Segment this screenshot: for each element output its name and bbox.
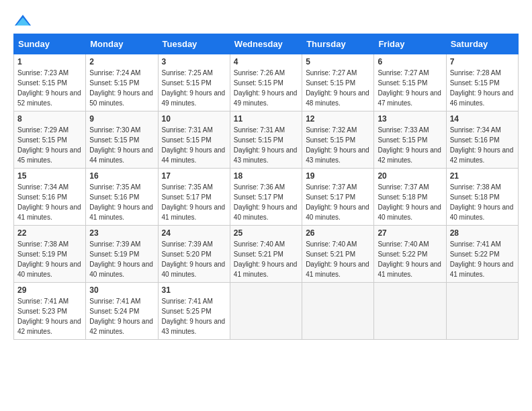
calendar-cell: 30 Sunrise: 7:41 AMSunset: 5:24 PMDaylig… [86,283,158,340]
calendar-cell: 10 Sunrise: 7:31 AMSunset: 5:15 PMDaylig… [158,111,230,169]
calendar-cell: 8 Sunrise: 7:29 AMSunset: 5:15 PMDayligh… [14,111,86,169]
day-number: 13 [378,114,442,124]
week-row-5: 29 Sunrise: 7:41 AMSunset: 5:23 PMDaylig… [14,283,519,340]
week-row-1: 1 Sunrise: 7:23 AMSunset: 5:15 PMDayligh… [14,54,519,111]
day-number: 9 [89,114,154,124]
calendar-cell: 15 Sunrise: 7:34 AMSunset: 5:16 PMDaylig… [14,169,86,226]
calendar-cell: 3 Sunrise: 7:25 AMSunset: 5:15 PMDayligh… [158,54,230,111]
day-number: 20 [378,171,442,181]
calendar-cell [302,283,374,340]
logo [13,13,35,27]
day-info: Sunrise: 7:41 AMSunset: 5:25 PMDaylight:… [162,298,226,335]
day-number: 16 [89,171,154,181]
calendar-cell: 16 Sunrise: 7:35 AMSunset: 5:16 PMDaylig… [86,169,158,226]
calendar-cell: 11 Sunrise: 7:31 AMSunset: 5:15 PMDaylig… [230,111,302,169]
day-number: 26 [306,228,370,238]
weekday-header-tuesday: Tuesday [158,34,230,54]
day-info: Sunrise: 7:40 AMSunset: 5:22 PMDaylight:… [378,240,441,278]
weekday-header-sunday: Sunday [14,34,86,54]
day-number: 1 [17,57,82,66]
day-number: 27 [378,228,442,238]
day-number: 25 [234,228,298,238]
day-info: Sunrise: 7:25 AMSunset: 5:15 PMDaylight:… [162,69,226,107]
calendar-cell: 13 Sunrise: 7:33 AMSunset: 5:15 PMDaylig… [374,111,446,169]
calendar-cell: 22 Sunrise: 7:38 AMSunset: 5:19 PMDaylig… [14,226,86,283]
day-number: 5 [306,57,370,66]
calendar-cell: 29 Sunrise: 7:41 AMSunset: 5:23 PMDaylig… [14,283,86,340]
day-info: Sunrise: 7:27 AMSunset: 5:15 PMDaylight:… [306,69,369,107]
day-info: Sunrise: 7:26 AMSunset: 5:15 PMDaylight:… [234,69,298,107]
weekday-header-wednesday: Wednesday [230,34,302,54]
day-number: 24 [162,228,226,238]
calendar-cell [230,283,302,340]
day-info: Sunrise: 7:38 AMSunset: 5:19 PMDaylight:… [17,240,81,278]
day-number: 30 [89,285,154,295]
day-info: Sunrise: 7:41 AMSunset: 5:23 PMDaylight:… [17,298,81,335]
day-info: Sunrise: 7:35 AMSunset: 5:17 PMDaylight:… [162,183,226,221]
day-number: 8 [17,114,82,124]
calendar-cell: 12 Sunrise: 7:32 AMSunset: 5:15 PMDaylig… [302,111,374,169]
calendar-cell: 20 Sunrise: 7:37 AMSunset: 5:18 PMDaylig… [374,169,446,226]
day-info: Sunrise: 7:23 AMSunset: 5:15 PMDaylight:… [17,69,81,107]
calendar-cell: 28 Sunrise: 7:41 AMSunset: 5:22 PMDaylig… [446,226,518,283]
day-number: 12 [306,114,370,124]
calendar-cell: 9 Sunrise: 7:30 AMSunset: 5:15 PMDayligh… [86,111,158,169]
day-number: 19 [306,171,370,181]
day-info: Sunrise: 7:35 AMSunset: 5:16 PMDaylight:… [89,183,153,221]
weekday-header-row: SundayMondayTuesdayWednesdayThursdayFrid… [14,34,519,54]
weekday-header-thursday: Thursday [302,34,374,54]
day-number: 18 [234,171,298,181]
calendar-cell: 17 Sunrise: 7:35 AMSunset: 5:17 PMDaylig… [158,169,230,226]
day-info: Sunrise: 7:41 AMSunset: 5:22 PMDaylight:… [450,240,514,278]
day-number: 28 [450,228,515,238]
day-info: Sunrise: 7:30 AMSunset: 5:15 PMDaylight:… [89,126,153,164]
week-row-3: 15 Sunrise: 7:34 AMSunset: 5:16 PMDaylig… [14,169,519,226]
day-info: Sunrise: 7:34 AMSunset: 5:16 PMDaylight:… [17,183,81,221]
day-number: 17 [162,171,226,181]
day-number: 10 [162,114,226,124]
day-info: Sunrise: 7:32 AMSunset: 5:15 PMDaylight:… [306,126,369,164]
week-row-4: 22 Sunrise: 7:38 AMSunset: 5:19 PMDaylig… [14,226,519,283]
calendar-cell: 21 Sunrise: 7:38 AMSunset: 5:18 PMDaylig… [446,169,518,226]
day-info: Sunrise: 7:33 AMSunset: 5:15 PMDaylight:… [378,126,441,164]
day-info: Sunrise: 7:29 AMSunset: 5:15 PMDaylight:… [17,126,81,164]
day-number: 29 [17,285,82,295]
day-number: 2 [89,57,154,66]
day-info: Sunrise: 7:31 AMSunset: 5:15 PMDaylight:… [234,126,298,164]
calendar-cell: 31 Sunrise: 7:41 AMSunset: 5:25 PMDaylig… [158,283,230,340]
calendar-cell: 24 Sunrise: 7:39 AMSunset: 5:20 PMDaylig… [158,226,230,283]
calendar: SundayMondayTuesdayWednesdayThursdayFrid… [13,34,519,340]
calendar-cell: 4 Sunrise: 7:26 AMSunset: 5:15 PMDayligh… [230,54,302,111]
calendar-cell: 7 Sunrise: 7:28 AMSunset: 5:15 PMDayligh… [446,54,518,111]
day-number: 22 [17,228,82,238]
calendar-cell: 6 Sunrise: 7:27 AMSunset: 5:15 PMDayligh… [374,54,446,111]
calendar-cell: 25 Sunrise: 7:40 AMSunset: 5:21 PMDaylig… [230,226,302,283]
calendar-cell: 14 Sunrise: 7:34 AMSunset: 5:16 PMDaylig… [446,111,518,169]
calendar-cell: 2 Sunrise: 7:24 AMSunset: 5:15 PMDayligh… [86,54,158,111]
day-number: 21 [450,171,515,181]
day-number: 4 [234,57,298,66]
calendar-cell [446,283,518,340]
day-info: Sunrise: 7:34 AMSunset: 5:16 PMDaylight:… [450,126,514,164]
calendar-cell: 19 Sunrise: 7:37 AMSunset: 5:17 PMDaylig… [302,169,374,226]
calendar-cell: 27 Sunrise: 7:40 AMSunset: 5:22 PMDaylig… [374,226,446,283]
logo-icon [13,13,32,27]
day-number: 6 [378,57,442,66]
weekday-header-friday: Friday [374,34,446,54]
page-header [13,13,519,27]
day-info: Sunrise: 7:41 AMSunset: 5:24 PMDaylight:… [89,298,153,335]
calendar-cell [374,283,446,340]
calendar-cell: 26 Sunrise: 7:40 AMSunset: 5:21 PMDaylig… [302,226,374,283]
calendar-cell: 18 Sunrise: 7:36 AMSunset: 5:17 PMDaylig… [230,169,302,226]
day-info: Sunrise: 7:38 AMSunset: 5:18 PMDaylight:… [450,183,514,221]
day-number: 31 [162,285,226,295]
day-info: Sunrise: 7:24 AMSunset: 5:15 PMDaylight:… [89,69,153,107]
day-info: Sunrise: 7:40 AMSunset: 5:21 PMDaylight:… [306,240,369,278]
day-info: Sunrise: 7:28 AMSunset: 5:15 PMDaylight:… [450,69,514,107]
day-number: 14 [450,114,515,124]
day-number: 15 [17,171,82,181]
weekday-header-saturday: Saturday [446,34,518,54]
day-number: 11 [234,114,298,124]
calendar-cell: 1 Sunrise: 7:23 AMSunset: 5:15 PMDayligh… [14,54,86,111]
day-number: 3 [162,57,226,66]
